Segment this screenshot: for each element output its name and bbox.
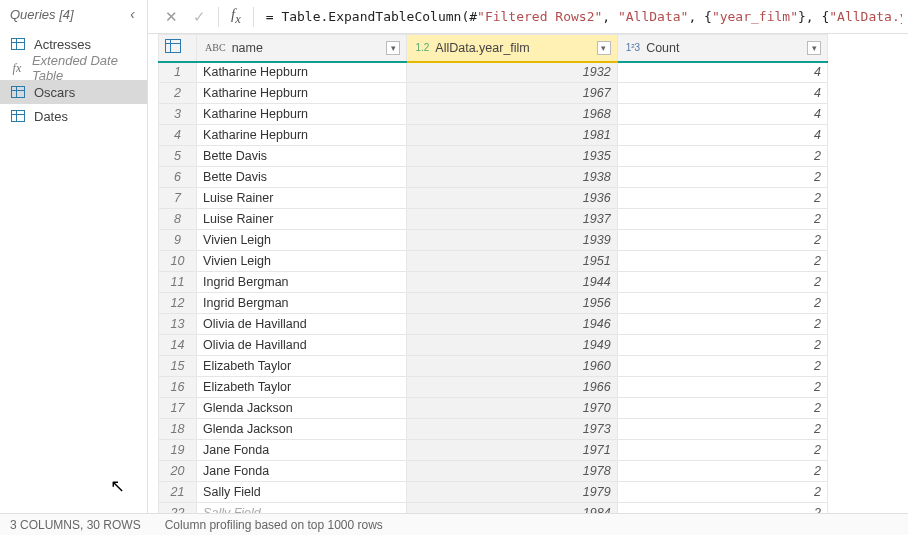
- row-number[interactable]: 22: [159, 503, 197, 514]
- table-row[interactable]: 8Luise Rainer19372: [159, 209, 828, 230]
- cell-name[interactable]: Ingrid Bergman: [197, 293, 407, 314]
- row-number[interactable]: 11: [159, 272, 197, 293]
- cell-count[interactable]: 2: [617, 461, 827, 482]
- cell-year[interactable]: 1937: [407, 209, 617, 230]
- datatype-icon[interactable]: 1²3: [624, 42, 642, 53]
- row-number[interactable]: 17: [159, 398, 197, 419]
- row-number[interactable]: 2: [159, 83, 197, 104]
- column-header-alldata-year_film[interactable]: 1.2AllData.year_film▾: [407, 35, 617, 62]
- cell-count[interactable]: 4: [617, 104, 827, 125]
- cell-year[interactable]: 1956: [407, 293, 617, 314]
- cell-year[interactable]: 1949: [407, 335, 617, 356]
- table-row[interactable]: 11Ingrid Bergman19442: [159, 272, 828, 293]
- cell-count[interactable]: 4: [617, 125, 827, 146]
- collapse-sidebar-button[interactable]: ‹: [126, 6, 139, 22]
- datatype-icon[interactable]: 1.2: [413, 42, 431, 53]
- row-number[interactable]: 3: [159, 104, 197, 125]
- row-number[interactable]: 13: [159, 314, 197, 335]
- table-row[interactable]: 1Katharine Hepburn19324: [159, 62, 828, 83]
- cell-year[interactable]: 1968: [407, 104, 617, 125]
- cell-name[interactable]: Sally Field: [197, 482, 407, 503]
- cell-name[interactable]: Elizabeth Taylor: [197, 377, 407, 398]
- query-item-oscars[interactable]: Oscars: [0, 80, 147, 104]
- cell-count[interactable]: 2: [617, 188, 827, 209]
- cell-count[interactable]: 2: [617, 419, 827, 440]
- table-row[interactable]: 10Vivien Leigh19512: [159, 251, 828, 272]
- cell-count[interactable]: 2: [617, 314, 827, 335]
- cell-name[interactable]: Vivien Leigh: [197, 251, 407, 272]
- row-number[interactable]: 9: [159, 230, 197, 251]
- row-number[interactable]: 8: [159, 209, 197, 230]
- row-number[interactable]: 1: [159, 62, 197, 83]
- table-row[interactable]: 6Bette Davis19382: [159, 167, 828, 188]
- table-row[interactable]: 9Vivien Leigh19392: [159, 230, 828, 251]
- table-row[interactable]: 20Jane Fonda19782: [159, 461, 828, 482]
- cell-name[interactable]: Vivien Leigh: [197, 230, 407, 251]
- cell-name[interactable]: Bette Davis: [197, 167, 407, 188]
- cell-count[interactable]: 2: [617, 398, 827, 419]
- cell-year[interactable]: 1981: [407, 125, 617, 146]
- cell-year[interactable]: 1935: [407, 146, 617, 167]
- cell-name[interactable]: Sally Field: [197, 503, 407, 514]
- table-row[interactable]: 12Ingrid Bergman19562: [159, 293, 828, 314]
- column-filter-dropdown[interactable]: ▾: [386, 41, 400, 55]
- table-row[interactable]: 15Elizabeth Taylor19602: [159, 356, 828, 377]
- select-all-corner[interactable]: [159, 35, 197, 62]
- cell-name[interactable]: Olivia de Havilland: [197, 335, 407, 356]
- cell-name[interactable]: Ingrid Bergman: [197, 272, 407, 293]
- cell-count[interactable]: 2: [617, 335, 827, 356]
- cell-year[interactable]: 1936: [407, 188, 617, 209]
- cell-year[interactable]: 1966: [407, 377, 617, 398]
- cell-name[interactable]: Katharine Hepburn: [197, 104, 407, 125]
- row-number[interactable]: 6: [159, 167, 197, 188]
- cell-count[interactable]: 2: [617, 167, 827, 188]
- row-number[interactable]: 7: [159, 188, 197, 209]
- cell-count[interactable]: 2: [617, 230, 827, 251]
- row-number[interactable]: 16: [159, 377, 197, 398]
- status-profiling[interactable]: Column profiling based on top 1000 rows: [165, 518, 383, 532]
- cell-name[interactable]: Glenda Jackson: [197, 419, 407, 440]
- cell-year[interactable]: 1944: [407, 272, 617, 293]
- table-row[interactable]: 13Olivia de Havilland19462: [159, 314, 828, 335]
- datatype-icon[interactable]: ABC: [203, 42, 228, 53]
- cell-count[interactable]: 2: [617, 356, 827, 377]
- cell-name[interactable]: Bette Davis: [197, 146, 407, 167]
- row-number[interactable]: 4: [159, 125, 197, 146]
- cell-name[interactable]: Katharine Hepburn: [197, 125, 407, 146]
- column-header-count[interactable]: 1²3Count▾: [617, 35, 827, 62]
- cell-count[interactable]: 2: [617, 146, 827, 167]
- cell-count[interactable]: 4: [617, 83, 827, 104]
- row-number[interactable]: 12: [159, 293, 197, 314]
- table-row[interactable]: 4Katharine Hepburn19814: [159, 125, 828, 146]
- query-item-dates[interactable]: Dates: [0, 104, 147, 128]
- cell-year[interactable]: 1978: [407, 461, 617, 482]
- cell-count[interactable]: 2: [617, 377, 827, 398]
- fx-icon[interactable]: fx: [227, 6, 245, 27]
- cell-year[interactable]: 1951: [407, 251, 617, 272]
- column-filter-dropdown[interactable]: ▾: [597, 41, 611, 55]
- table-row[interactable]: 17Glenda Jackson19702: [159, 398, 828, 419]
- row-number[interactable]: 14: [159, 335, 197, 356]
- table-row[interactable]: 19Jane Fonda19712: [159, 440, 828, 461]
- cell-year[interactable]: 1932: [407, 62, 617, 83]
- cell-count[interactable]: 2: [617, 209, 827, 230]
- cell-year[interactable]: 1970: [407, 398, 617, 419]
- cell-year[interactable]: 1984: [407, 503, 617, 514]
- query-item-extended-date-table[interactable]: fxExtended Date Table: [0, 56, 147, 80]
- row-number[interactable]: 20: [159, 461, 197, 482]
- cell-year[interactable]: 1938: [407, 167, 617, 188]
- row-number[interactable]: 21: [159, 482, 197, 503]
- cell-name[interactable]: Katharine Hepburn: [197, 83, 407, 104]
- cell-year[interactable]: 1967: [407, 83, 617, 104]
- cell-year[interactable]: 1973: [407, 419, 617, 440]
- cell-count[interactable]: 2: [617, 440, 827, 461]
- row-number[interactable]: 15: [159, 356, 197, 377]
- cell-name[interactable]: Glenda Jackson: [197, 398, 407, 419]
- column-header-name[interactable]: ABCname▾: [197, 35, 407, 62]
- cell-year[interactable]: 1946: [407, 314, 617, 335]
- cell-count[interactable]: 4: [617, 62, 827, 83]
- column-filter-dropdown[interactable]: ▾: [807, 41, 821, 55]
- cell-name[interactable]: Luise Rainer: [197, 209, 407, 230]
- table-row[interactable]: 14Olivia de Havilland19492: [159, 335, 828, 356]
- row-number[interactable]: 19: [159, 440, 197, 461]
